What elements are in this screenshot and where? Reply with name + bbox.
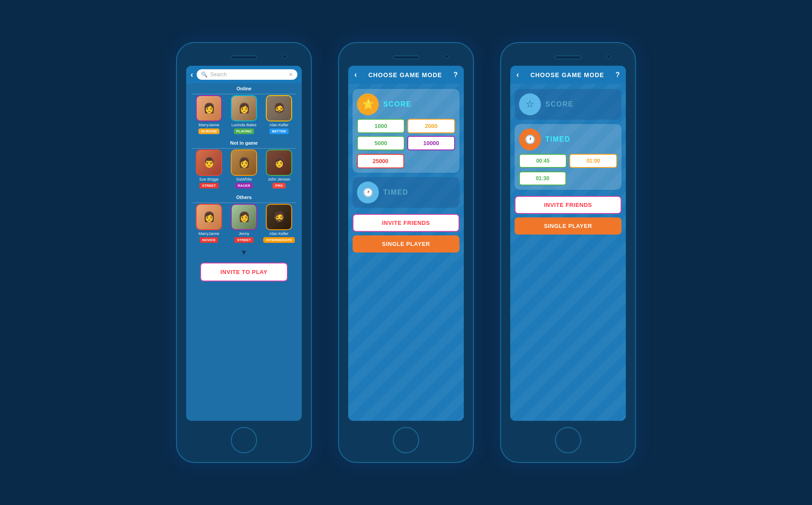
phone-top-1 bbox=[177, 51, 311, 64]
phone-speaker-3 bbox=[555, 56, 581, 59]
friend-john: 👩 John Jensen PRO bbox=[263, 149, 295, 188]
game-mode-header-3: ‹ CHOOSE GAME MODE ? bbox=[510, 66, 626, 84]
friend-name-alan-others: Alan Keller bbox=[269, 231, 289, 236]
friend-name-jenny: Jenny bbox=[239, 231, 249, 236]
friend-alan-others: 🧔 Alan Keller INTERMEDIATE bbox=[263, 204, 295, 243]
friend-lucinda: 👩 Lucinda Bates PLAYING bbox=[228, 95, 260, 134]
phones-container: ‹ 🔍 Search ✕ Online 👩 MarryJanne IN ROOM bbox=[176, 42, 636, 463]
badge-alan-online: BETTER bbox=[269, 128, 289, 134]
friend-marryjanne-others: 👩 MarryJanne NOVICE bbox=[193, 204, 225, 243]
badge-john: PRO bbox=[272, 183, 285, 188]
badge-jenny: STREET bbox=[234, 237, 254, 243]
phone-speaker-1 bbox=[231, 56, 257, 59]
avatar-img-john: 👩 bbox=[267, 150, 291, 175]
badge-alan-others: INTERMEDIATE bbox=[263, 237, 294, 243]
single-player-button-2[interactable]: SINGLE PLAYER bbox=[353, 235, 459, 252]
avatar-jenny: 👩 bbox=[231, 204, 257, 230]
score-25000[interactable]: 25000 bbox=[357, 154, 404, 168]
others-section-label: Others bbox=[186, 192, 302, 202]
timed-section-3: 🕐 TIMED 00:45 01:00 01:30 bbox=[515, 124, 621, 190]
score-1000[interactable]: 1000 bbox=[357, 119, 405, 133]
search-icon: 🔍 bbox=[201, 71, 208, 78]
invite-to-play-button[interactable]: INVITE TO PLAY bbox=[200, 263, 288, 281]
avatar-img-jenny: 👩 bbox=[232, 205, 256, 229]
friend-alan-online: 🧔 Alan Keller BETTER bbox=[263, 95, 295, 134]
timed-section-2: 🕐 TIMED bbox=[353, 177, 459, 208]
badge-sue: STREET bbox=[199, 183, 219, 188]
clock-icon-2: 🕐 bbox=[363, 187, 374, 198]
phone-screen-3: ‹ CHOOSE GAME MODE ? ☆ SCORE bbox=[510, 66, 626, 421]
phone-3: ‹ CHOOSE GAME MODE ? ☆ SCORE bbox=[500, 42, 636, 463]
avatar-img-lucinda: 👩 bbox=[232, 96, 256, 121]
avatar-img-marryjanne-others: 👩 bbox=[197, 205, 221, 229]
scroll-down-arrow: ▼ bbox=[186, 248, 302, 257]
action-buttons-3: INVITE FRIENDS SINGLE PLAYER bbox=[515, 196, 621, 235]
phone-home-button-3[interactable] bbox=[555, 427, 581, 453]
friend-name-marryjanne-others: MarryJanne bbox=[198, 231, 219, 236]
avatar-sue: 👨 bbox=[196, 149, 222, 176]
time-0100[interactable]: 01:00 bbox=[569, 154, 617, 168]
score-icon-2: ⭐ bbox=[357, 93, 379, 115]
help-button-2[interactable]: ? bbox=[453, 71, 458, 79]
back-button-3[interactable]: ‹ bbox=[516, 70, 519, 79]
avatar-lucinda: 👩 bbox=[231, 95, 257, 121]
notingame-friends-row: 👨 Sue Briggs STREET 👩 SiaWhite RACER 👩 bbox=[186, 149, 302, 192]
avatar-alan-online: 🧔 bbox=[266, 95, 292, 121]
score-10000[interactable]: 10000 bbox=[407, 136, 455, 150]
help-button-3[interactable]: ? bbox=[615, 71, 620, 79]
phone-speaker-2 bbox=[393, 56, 419, 59]
divider-1 bbox=[192, 94, 296, 94]
friend-sia: 👩 SiaWhite RACER bbox=[228, 149, 260, 188]
friends-header: ‹ 🔍 Search ✕ bbox=[186, 66, 302, 83]
score-section-2: ⭐ SCORE 1000 2000 5000 10000 25000 bbox=[353, 89, 459, 173]
search-bar[interactable]: 🔍 Search ✕ bbox=[197, 69, 297, 80]
avatar-alan-others: 🧔 bbox=[266, 204, 292, 230]
phone-home-button-2[interactable] bbox=[393, 427, 419, 453]
score-icon-3: ☆ bbox=[519, 93, 541, 115]
avatar-img-sia: 👩 bbox=[232, 150, 256, 175]
avatar-john: 👩 bbox=[266, 149, 292, 176]
back-button-1[interactable]: ‹ bbox=[191, 70, 193, 79]
score-2000[interactable]: 2000 bbox=[407, 119, 455, 133]
timed-mode-row-2: 🕐 TIMED bbox=[357, 181, 455, 203]
back-button-2[interactable]: ‹ bbox=[354, 70, 357, 79]
online-friends-row: 👩 MarryJanne IN ROOM 👩 Lucinda Bates PLA… bbox=[186, 95, 302, 138]
friend-name-marryjanne: MarryJanne bbox=[198, 123, 219, 127]
clear-search-button[interactable]: ✕ bbox=[289, 71, 293, 78]
divider-3 bbox=[192, 203, 296, 203]
score-5000[interactable]: 5000 bbox=[357, 136, 405, 150]
clock-icon-3: 🕐 bbox=[525, 134, 536, 145]
avatar-img-alan-others: 🧔 bbox=[267, 205, 291, 229]
star-icon-2: ⭐ bbox=[362, 99, 374, 110]
friend-jenny: 👩 Jenny STREET bbox=[228, 204, 260, 243]
phone-top-3 bbox=[501, 51, 635, 64]
badge-sia: RACER bbox=[235, 183, 253, 188]
score-mode-row-2: ⭐ SCORE bbox=[357, 93, 455, 115]
timed-label-2: TIMED bbox=[383, 188, 408, 196]
time-row-2: 01:30 bbox=[519, 171, 617, 185]
game-mode-body-3: ☆ SCORE 🕐 TIMED 00:45 01:0 bbox=[510, 84, 626, 421]
others-friends-row: 👩 MarryJanne NOVICE 👩 Jenny STREET 🧔 bbox=[186, 204, 302, 246]
phone-top-2 bbox=[339, 51, 473, 64]
divider-2 bbox=[192, 148, 296, 149]
avatar-sia: 👩 bbox=[231, 149, 257, 176]
phone-home-button-1[interactable] bbox=[231, 427, 257, 453]
score-label-2: SCORE bbox=[383, 100, 411, 108]
star-outline-icon-3: ☆ bbox=[526, 99, 534, 110]
online-section-label: Online bbox=[186, 83, 302, 93]
timed-icon-3: 🕐 bbox=[519, 128, 541, 150]
friend-name-sue: Sue Briggs bbox=[199, 177, 219, 181]
invite-friends-button-2[interactable]: INVITE FRIENDS bbox=[353, 214, 459, 232]
notingame-section-label: Not in game bbox=[186, 138, 302, 147]
game-mode-title-2: CHOOSE GAME MODE bbox=[368, 71, 442, 78]
badge-lucinda: PLAYING bbox=[234, 128, 254, 134]
avatar-marryjanne-others: 👩 bbox=[196, 204, 222, 230]
timed-icon-2: 🕐 bbox=[357, 181, 379, 203]
single-player-button-3[interactable]: SINGLE PLAYER bbox=[515, 217, 621, 235]
search-input[interactable]: Search bbox=[210, 71, 286, 78]
invite-friends-button-3[interactable]: INVITE FRIENDS bbox=[515, 196, 621, 214]
phone-camera-3 bbox=[607, 54, 611, 59]
time-0045[interactable]: 00:45 bbox=[519, 154, 567, 168]
avatar-img-marryjanne: 👩 bbox=[197, 96, 221, 121]
time-0130[interactable]: 01:30 bbox=[519, 171, 566, 185]
